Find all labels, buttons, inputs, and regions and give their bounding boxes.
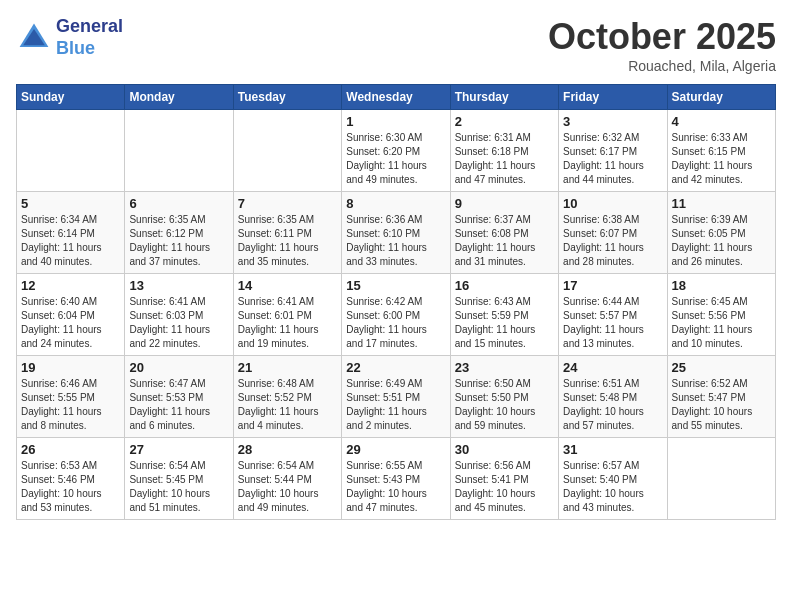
day-info: Sunrise: 6:41 AM Sunset: 6:01 PM Dayligh… <box>238 295 337 351</box>
day-info: Sunrise: 6:35 AM Sunset: 6:11 PM Dayligh… <box>238 213 337 269</box>
day-info: Sunrise: 6:41 AM Sunset: 6:03 PM Dayligh… <box>129 295 228 351</box>
day-info: Sunrise: 6:40 AM Sunset: 6:04 PM Dayligh… <box>21 295 120 351</box>
calendar-cell: 5Sunrise: 6:34 AM Sunset: 6:14 PM Daylig… <box>17 192 125 274</box>
day-number: 29 <box>346 442 445 457</box>
day-info: Sunrise: 6:51 AM Sunset: 5:48 PM Dayligh… <box>563 377 662 433</box>
day-number: 20 <box>129 360 228 375</box>
weekday-header: Tuesday <box>233 85 341 110</box>
logo-text-general: General <box>56 16 123 38</box>
weekday-header: Thursday <box>450 85 558 110</box>
day-info: Sunrise: 6:47 AM Sunset: 5:53 PM Dayligh… <box>129 377 228 433</box>
day-info: Sunrise: 6:30 AM Sunset: 6:20 PM Dayligh… <box>346 131 445 187</box>
day-number: 19 <box>21 360 120 375</box>
calendar-cell: 17Sunrise: 6:44 AM Sunset: 5:57 PM Dayli… <box>559 274 667 356</box>
calendar-cell: 21Sunrise: 6:48 AM Sunset: 5:52 PM Dayli… <box>233 356 341 438</box>
day-info: Sunrise: 6:56 AM Sunset: 5:41 PM Dayligh… <box>455 459 554 515</box>
day-info: Sunrise: 6:42 AM Sunset: 6:00 PM Dayligh… <box>346 295 445 351</box>
day-info: Sunrise: 6:55 AM Sunset: 5:43 PM Dayligh… <box>346 459 445 515</box>
calendar-cell <box>233 110 341 192</box>
calendar-cell: 27Sunrise: 6:54 AM Sunset: 5:45 PM Dayli… <box>125 438 233 520</box>
day-info: Sunrise: 6:44 AM Sunset: 5:57 PM Dayligh… <box>563 295 662 351</box>
day-number: 4 <box>672 114 771 129</box>
day-info: Sunrise: 6:52 AM Sunset: 5:47 PM Dayligh… <box>672 377 771 433</box>
day-info: Sunrise: 6:49 AM Sunset: 5:51 PM Dayligh… <box>346 377 445 433</box>
calendar-cell: 20Sunrise: 6:47 AM Sunset: 5:53 PM Dayli… <box>125 356 233 438</box>
day-number: 21 <box>238 360 337 375</box>
day-info: Sunrise: 6:36 AM Sunset: 6:10 PM Dayligh… <box>346 213 445 269</box>
day-number: 15 <box>346 278 445 293</box>
day-info: Sunrise: 6:45 AM Sunset: 5:56 PM Dayligh… <box>672 295 771 351</box>
calendar-cell: 18Sunrise: 6:45 AM Sunset: 5:56 PM Dayli… <box>667 274 775 356</box>
day-info: Sunrise: 6:50 AM Sunset: 5:50 PM Dayligh… <box>455 377 554 433</box>
day-number: 6 <box>129 196 228 211</box>
calendar-cell <box>17 110 125 192</box>
calendar-week-row: 19Sunrise: 6:46 AM Sunset: 5:55 PM Dayli… <box>17 356 776 438</box>
calendar-table: SundayMondayTuesdayWednesdayThursdayFrid… <box>16 84 776 520</box>
day-number: 7 <box>238 196 337 211</box>
day-number: 8 <box>346 196 445 211</box>
day-info: Sunrise: 6:54 AM Sunset: 5:44 PM Dayligh… <box>238 459 337 515</box>
calendar-cell: 13Sunrise: 6:41 AM Sunset: 6:03 PM Dayli… <box>125 274 233 356</box>
calendar-week-row: 12Sunrise: 6:40 AM Sunset: 6:04 PM Dayli… <box>17 274 776 356</box>
calendar-cell: 7Sunrise: 6:35 AM Sunset: 6:11 PM Daylig… <box>233 192 341 274</box>
day-number: 26 <box>21 442 120 457</box>
day-number: 5 <box>21 196 120 211</box>
calendar-week-row: 5Sunrise: 6:34 AM Sunset: 6:14 PM Daylig… <box>17 192 776 274</box>
calendar-cell: 30Sunrise: 6:56 AM Sunset: 5:41 PM Dayli… <box>450 438 558 520</box>
weekday-header: Saturday <box>667 85 775 110</box>
day-number: 16 <box>455 278 554 293</box>
calendar-cell: 1Sunrise: 6:30 AM Sunset: 6:20 PM Daylig… <box>342 110 450 192</box>
calendar-cell: 29Sunrise: 6:55 AM Sunset: 5:43 PM Dayli… <box>342 438 450 520</box>
calendar-cell: 28Sunrise: 6:54 AM Sunset: 5:44 PM Dayli… <box>233 438 341 520</box>
day-info: Sunrise: 6:33 AM Sunset: 6:15 PM Dayligh… <box>672 131 771 187</box>
calendar-header-row: SundayMondayTuesdayWednesdayThursdayFrid… <box>17 85 776 110</box>
calendar-cell: 22Sunrise: 6:49 AM Sunset: 5:51 PM Dayli… <box>342 356 450 438</box>
day-number: 22 <box>346 360 445 375</box>
calendar-cell: 23Sunrise: 6:50 AM Sunset: 5:50 PM Dayli… <box>450 356 558 438</box>
weekday-header: Monday <box>125 85 233 110</box>
calendar-cell: 9Sunrise: 6:37 AM Sunset: 6:08 PM Daylig… <box>450 192 558 274</box>
calendar-cell: 12Sunrise: 6:40 AM Sunset: 6:04 PM Dayli… <box>17 274 125 356</box>
day-info: Sunrise: 6:35 AM Sunset: 6:12 PM Dayligh… <box>129 213 228 269</box>
day-info: Sunrise: 6:38 AM Sunset: 6:07 PM Dayligh… <box>563 213 662 269</box>
location: Rouached, Mila, Algeria <box>548 58 776 74</box>
calendar-cell: 26Sunrise: 6:53 AM Sunset: 5:46 PM Dayli… <box>17 438 125 520</box>
calendar-cell: 14Sunrise: 6:41 AM Sunset: 6:01 PM Dayli… <box>233 274 341 356</box>
calendar-cell: 19Sunrise: 6:46 AM Sunset: 5:55 PM Dayli… <box>17 356 125 438</box>
day-number: 18 <box>672 278 771 293</box>
calendar-cell: 3Sunrise: 6:32 AM Sunset: 6:17 PM Daylig… <box>559 110 667 192</box>
day-info: Sunrise: 6:39 AM Sunset: 6:05 PM Dayligh… <box>672 213 771 269</box>
calendar-cell <box>125 110 233 192</box>
day-number: 28 <box>238 442 337 457</box>
calendar-week-row: 1Sunrise: 6:30 AM Sunset: 6:20 PM Daylig… <box>17 110 776 192</box>
day-number: 24 <box>563 360 662 375</box>
month-title: October 2025 <box>548 16 776 58</box>
day-number: 27 <box>129 442 228 457</box>
day-number: 14 <box>238 278 337 293</box>
day-info: Sunrise: 6:57 AM Sunset: 5:40 PM Dayligh… <box>563 459 662 515</box>
page-header: General Blue October 2025 Rouached, Mila… <box>16 16 776 74</box>
calendar-cell: 8Sunrise: 6:36 AM Sunset: 6:10 PM Daylig… <box>342 192 450 274</box>
calendar-cell: 11Sunrise: 6:39 AM Sunset: 6:05 PM Dayli… <box>667 192 775 274</box>
calendar-cell: 4Sunrise: 6:33 AM Sunset: 6:15 PM Daylig… <box>667 110 775 192</box>
day-info: Sunrise: 6:48 AM Sunset: 5:52 PM Dayligh… <box>238 377 337 433</box>
day-info: Sunrise: 6:54 AM Sunset: 5:45 PM Dayligh… <box>129 459 228 515</box>
day-number: 1 <box>346 114 445 129</box>
day-info: Sunrise: 6:34 AM Sunset: 6:14 PM Dayligh… <box>21 213 120 269</box>
title-block: October 2025 Rouached, Mila, Algeria <box>548 16 776 74</box>
day-number: 11 <box>672 196 771 211</box>
day-number: 2 <box>455 114 554 129</box>
calendar-cell: 2Sunrise: 6:31 AM Sunset: 6:18 PM Daylig… <box>450 110 558 192</box>
calendar-cell: 24Sunrise: 6:51 AM Sunset: 5:48 PM Dayli… <box>559 356 667 438</box>
day-number: 13 <box>129 278 228 293</box>
calendar-cell: 6Sunrise: 6:35 AM Sunset: 6:12 PM Daylig… <box>125 192 233 274</box>
logo-icon <box>16 20 52 56</box>
day-info: Sunrise: 6:31 AM Sunset: 6:18 PM Dayligh… <box>455 131 554 187</box>
calendar-week-row: 26Sunrise: 6:53 AM Sunset: 5:46 PM Dayli… <box>17 438 776 520</box>
day-number: 31 <box>563 442 662 457</box>
weekday-header: Wednesday <box>342 85 450 110</box>
logo-text-blue: Blue <box>56 38 123 60</box>
calendar-cell: 15Sunrise: 6:42 AM Sunset: 6:00 PM Dayli… <box>342 274 450 356</box>
day-info: Sunrise: 6:43 AM Sunset: 5:59 PM Dayligh… <box>455 295 554 351</box>
calendar-cell: 16Sunrise: 6:43 AM Sunset: 5:59 PM Dayli… <box>450 274 558 356</box>
